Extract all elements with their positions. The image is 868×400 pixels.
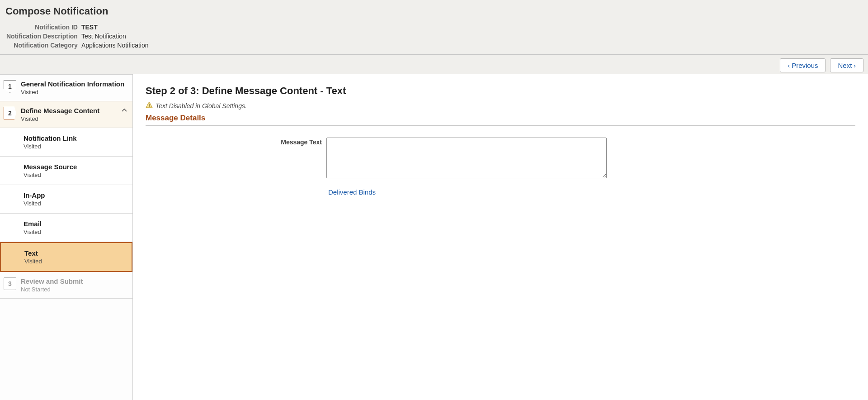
main-content: Step 2 of 3: Define Message Content - Te… [133,74,868,400]
delivered-binds-link[interactable]: Delivered Binds [328,188,376,196]
sidebar-step-review[interactable]: 3 Review and Submit Not Started [0,272,132,299]
message-text-label: Message Text [272,138,322,146]
next-button-label: Next [838,62,852,69]
step-title: Review and Submit [21,277,128,285]
substep-status: Visited [24,171,128,178]
warning-icon [146,101,153,110]
step-status: Not Started [21,286,128,293]
substep-title: Text [24,249,127,257]
message-text-input[interactable] [326,138,607,178]
substep-title: Email [24,220,128,228]
metadata-table: Notification ID TEST Notification Descri… [6,23,149,50]
content-heading: Step 2 of 3: Define Message Content - Te… [146,85,855,97]
notification-category-value: Applications Notification [81,41,149,50]
sidebar-substep-text[interactable]: Text Visited [0,242,132,272]
substep-status: Visited [24,258,127,265]
notification-description-value: Test Notification [81,32,149,41]
chevron-up-icon [121,107,128,114]
chevron-right-icon: › [854,62,856,69]
svg-rect-1 [149,106,149,107]
substep-title: In-App [24,191,128,199]
svg-rect-0 [149,104,149,106]
substep-title: Message Source [24,163,128,171]
substep-status: Visited [24,200,128,207]
page-title: Compose Notification [5,5,863,17]
sidebar-substep-notification-link[interactable]: Notification Link Visited [0,128,132,157]
substep-status: Visited [24,143,128,150]
step-number-3: 3 [4,277,16,290]
warning-row: Text Disabled in Global Settings. [146,101,855,110]
chevron-left-icon: ‹ [788,62,790,69]
sidebar-step-general[interactable]: 1 General Notification Information Visit… [0,75,132,101]
previous-button[interactable]: ‹ Previous [780,58,826,72]
sidebar-step-define-message[interactable]: 2 Define Message Content Visited [0,101,132,128]
substep-title: Notification Link [24,134,128,142]
nav-bar: ‹ Previous Next › [0,55,868,74]
next-button[interactable]: Next › [830,58,863,72]
notification-id-label: Notification ID [6,23,81,32]
step-number-1: 1 [4,80,16,93]
sidebar-substep-email[interactable]: Email Visited [0,214,132,242]
notification-id-value: TEST [81,23,149,32]
step-number-2: 2 [4,107,16,119]
substep-status: Visited [24,229,128,235]
section-message-details: Message Details [146,112,855,126]
message-text-row: Message Text [272,138,855,178]
sidebar-substep-message-source[interactable]: Message Source Visited [0,157,132,185]
step-title: Define Message Content [21,107,121,114]
step-status: Visited [21,115,121,122]
notification-description-label: Notification Description [6,32,81,41]
page-header: Compose Notification Notification ID TES… [0,0,868,55]
warning-text: Text Disabled in Global Settings. [156,102,247,110]
step-title: General Notification Information [21,80,128,88]
previous-button-label: Previous [792,62,818,69]
wizard-sidebar: 1 General Notification Information Visit… [0,74,133,400]
step-status: Visited [21,89,128,95]
sidebar-substep-in-app[interactable]: In-App Visited [0,185,132,214]
notification-category-label: Notification Category [6,41,81,50]
